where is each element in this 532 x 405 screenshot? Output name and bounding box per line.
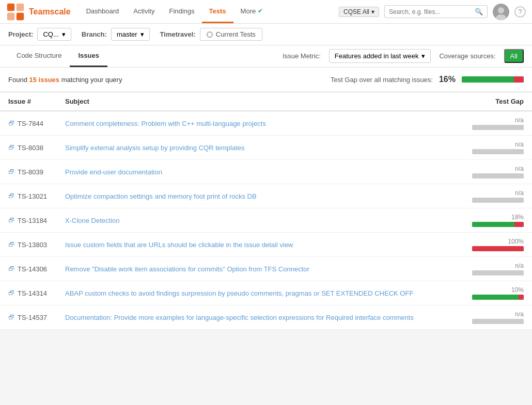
logo[interactable]: Teamscale bbox=[6, 3, 71, 21]
external-link-icon[interactable]: 🗗 bbox=[8, 192, 14, 200]
issue-id-cell: 🗗 TS-14306 bbox=[0, 257, 57, 281]
search-box[interactable]: 🔍 bbox=[384, 5, 488, 18]
cqse-selector[interactable]: CQSE All ▾ bbox=[339, 7, 379, 17]
issue-subject-cell: Simplify external analysis setup by prov… bbox=[57, 136, 464, 160]
external-link-icon[interactable]: 🗗 bbox=[8, 120, 14, 127]
test-gap-bar bbox=[472, 222, 524, 227]
coverage-sources-label: Coverage sources: bbox=[439, 52, 495, 60]
issue-id-link[interactable]: TS-13184 bbox=[18, 217, 47, 224]
nav-links: Dashboard Activity Findings Tests More ✔ bbox=[79, 0, 339, 23]
issue-subject-link[interactable]: X-Clone Detection bbox=[65, 217, 120, 224]
table-row: 🗗 TS-8038 Simplify external analysis set… bbox=[0, 136, 532, 160]
issue-test-gap-cell: n/a bbox=[464, 136, 532, 160]
gap-bar bbox=[462, 76, 524, 83]
nav-dashboard[interactable]: Dashboard bbox=[79, 0, 127, 23]
external-link-icon[interactable]: 🗗 bbox=[8, 314, 14, 321]
table-row: 🗗 TS-13021 Optimize compaction settings … bbox=[0, 184, 532, 208]
gap-percent: 16% bbox=[439, 75, 456, 84]
issue-metric-dropdown[interactable]: Features added in last week ▾ bbox=[329, 49, 431, 63]
table-row: 🗗 TS-13803 Issue custom fields that are … bbox=[0, 233, 532, 257]
issue-id-link[interactable]: TS-14306 bbox=[18, 265, 47, 273]
project-dropdown[interactable]: CQ... ▾ bbox=[37, 28, 71, 41]
issue-id-cell: 🗗 TS-13803 bbox=[0, 233, 57, 257]
issue-test-gap-cell: 10% bbox=[464, 281, 532, 305]
avatar[interactable] bbox=[493, 4, 509, 20]
issue-id-link[interactable]: TS-14314 bbox=[18, 289, 47, 297]
issue-subject-link[interactable]: Documentation: Provide more examples for… bbox=[65, 314, 414, 321]
test-gap-value: 100% bbox=[472, 238, 524, 245]
test-gap-bar bbox=[472, 125, 524, 130]
test-gap-value: 18% bbox=[472, 214, 524, 221]
test-gap-bar-red bbox=[472, 246, 524, 251]
gap-bar-red bbox=[514, 76, 524, 83]
search-icon: 🔍 bbox=[475, 8, 483, 15]
issue-test-gap-cell: n/a bbox=[464, 111, 532, 136]
tab-issues[interactable]: Issues bbox=[70, 45, 107, 67]
coverage-all-button[interactable]: All bbox=[504, 49, 524, 63]
external-link-icon[interactable]: 🗗 bbox=[8, 265, 14, 272]
nav-findings[interactable]: Findings bbox=[162, 0, 201, 23]
gap-label: Test Gap over all matching issues: bbox=[331, 76, 433, 84]
branch-label: Branch: bbox=[82, 30, 107, 38]
svg-rect-1 bbox=[17, 3, 24, 10]
user-avatar-icon bbox=[493, 4, 509, 20]
tab-code-structure[interactable]: Code Structure bbox=[8, 45, 70, 67]
external-link-icon[interactable]: 🗗 bbox=[8, 144, 14, 151]
issue-subject-link[interactable]: Optimize compaction settings and memory … bbox=[65, 192, 257, 200]
table-header-row: Issue # Subject Test Gap bbox=[0, 92, 532, 111]
issue-subject-link[interactable]: Remove "Disable work item associations f… bbox=[65, 265, 309, 273]
check-circle-icon: ✔ bbox=[258, 7, 263, 14]
issue-test-gap-cell: 100% bbox=[464, 233, 532, 257]
external-link-icon[interactable]: 🗗 bbox=[8, 289, 14, 297]
issue-subject-link[interactable]: Comment completeness: Problem with C++ m… bbox=[65, 120, 266, 127]
issue-test-gap-cell: 18% bbox=[464, 208, 532, 233]
issue-id: 🗗 TS-14314 bbox=[8, 289, 49, 297]
issue-subject-link[interactable]: ABAP custom checks to avoid findings sur… bbox=[65, 289, 413, 297]
test-gap-bar bbox=[472, 319, 524, 324]
issue-id-link[interactable]: TS-13021 bbox=[18, 192, 47, 200]
chevron-down-icon: ▾ bbox=[371, 8, 374, 15]
chevron-down-icon: ▾ bbox=[62, 30, 66, 38]
timetravel-label: Timetravel: bbox=[160, 30, 196, 38]
found-text: Found 15 issues matching your query bbox=[8, 76, 122, 84]
test-gap-value: n/a bbox=[472, 165, 524, 172]
external-link-icon[interactable]: 🗗 bbox=[8, 217, 14, 224]
timetravel-selector: Timetravel: Current Tests bbox=[160, 28, 262, 41]
issue-id-cell: 🗗 TS-7844 bbox=[0, 111, 57, 136]
svg-rect-3 bbox=[17, 12, 24, 20]
tabs-bar: Code Structure Issues Issue Metric: Feat… bbox=[0, 45, 532, 68]
branch-dropdown[interactable]: master ▾ bbox=[111, 28, 150, 41]
issue-id-cell: 🗗 TS-14537 bbox=[0, 305, 57, 330]
test-gap-bar-green bbox=[472, 222, 514, 227]
issue-id-cell: 🗗 TS-13021 bbox=[0, 184, 57, 208]
issue-test-gap-cell: n/a bbox=[464, 305, 532, 330]
test-gap-bar bbox=[472, 295, 524, 300]
test-gap-bar-green bbox=[472, 295, 519, 300]
issue-subject-link[interactable]: Issue custom fields that are URLs should… bbox=[65, 241, 293, 249]
issue-subject-link[interactable]: Simplify external analysis setup by prov… bbox=[65, 144, 245, 152]
timetravel-button[interactable]: Current Tests bbox=[200, 28, 262, 41]
issue-id-link[interactable]: TS-8038 bbox=[18, 144, 43, 152]
issues-count-link[interactable]: 15 issues bbox=[29, 76, 59, 84]
tab-controls: Issue Metric: Features added in last wee… bbox=[283, 49, 524, 67]
issue-id-link[interactable]: TS-7844 bbox=[18, 120, 43, 127]
issue-id: 🗗 TS-13021 bbox=[8, 192, 49, 200]
help-button[interactable]: ? bbox=[514, 6, 526, 18]
chevron-down-icon: ▾ bbox=[140, 30, 144, 38]
issue-id-cell: 🗗 TS-13184 bbox=[0, 208, 57, 233]
nav-tests[interactable]: Tests bbox=[202, 0, 233, 23]
issue-subject-link[interactable]: Provide end-user documentation bbox=[65, 168, 162, 176]
issue-id-link[interactable]: TS-13803 bbox=[18, 241, 47, 249]
issue-subject-cell: Remove "Disable work item associations f… bbox=[57, 257, 464, 281]
table-row: 🗗 TS-13184 X-Clone Detection 18% bbox=[0, 208, 532, 233]
issue-metric-label: Issue Metric: bbox=[283, 52, 321, 60]
external-link-icon[interactable]: 🗗 bbox=[8, 168, 14, 175]
search-input[interactable] bbox=[389, 8, 472, 15]
nav-more[interactable]: More ✔ bbox=[233, 0, 271, 23]
external-link-icon[interactable]: 🗗 bbox=[8, 241, 14, 248]
nav-activity[interactable]: Activity bbox=[126, 0, 162, 23]
issue-id: 🗗 TS-7844 bbox=[8, 120, 49, 127]
issue-id-link[interactable]: TS-14537 bbox=[18, 314, 47, 321]
issue-id-link[interactable]: TS-8039 bbox=[18, 168, 43, 176]
table-row: 🗗 TS-7844 Comment completeness: Problem … bbox=[0, 111, 532, 136]
